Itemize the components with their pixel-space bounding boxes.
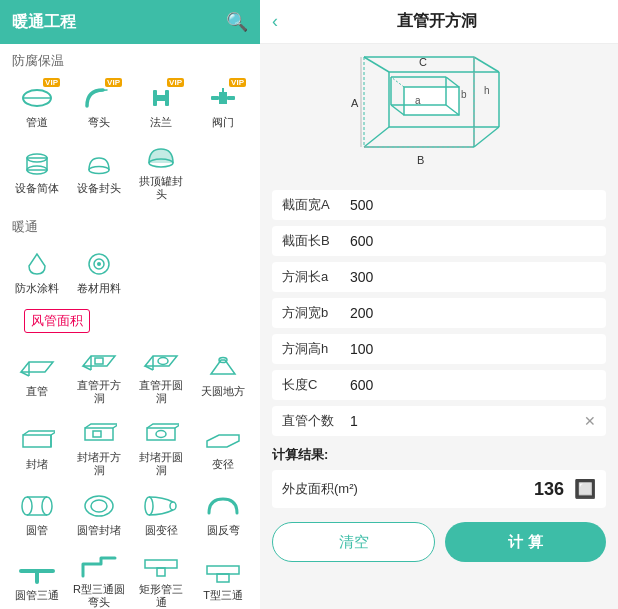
form-input-5[interactable] bbox=[350, 377, 596, 393]
item-yuan-bianjing[interactable]: 圆变径 bbox=[132, 486, 190, 541]
svg-rect-6 bbox=[227, 96, 235, 100]
back-button[interactable]: ‹ bbox=[272, 11, 278, 32]
form-label-3: 方洞宽b bbox=[282, 304, 350, 322]
item-yuanguan[interactable]: 圆管 bbox=[8, 486, 66, 541]
svg-rect-43 bbox=[217, 574, 229, 582]
right-header: ‹ 直管开方洞 bbox=[260, 0, 618, 44]
form-label-1: 截面长B bbox=[282, 232, 350, 250]
svg-line-52 bbox=[474, 127, 499, 147]
nuantong-grid: 防水涂料 卷材用料 bbox=[0, 240, 260, 303]
item-gongding-fengtou[interactable]: 拱顶罐封头 bbox=[132, 137, 190, 205]
left-header: 暖通工程 🔍 bbox=[0, 0, 260, 44]
form-input-2[interactable] bbox=[350, 269, 596, 285]
t-santong-icon bbox=[204, 555, 242, 587]
svg-text:h: h bbox=[484, 85, 490, 96]
form-row-3: 方洞宽b bbox=[272, 298, 606, 328]
juancai-label: 卷材用料 bbox=[77, 282, 121, 295]
item-fengdu[interactable]: 封堵 bbox=[8, 413, 66, 481]
form-label-2: 方洞长a bbox=[282, 268, 350, 286]
item-shebei-fengtou[interactable]: 设备封头 bbox=[70, 137, 128, 205]
form-label-0: 截面宽A bbox=[282, 196, 350, 214]
result-value: 136 bbox=[534, 479, 564, 500]
item-yuanguan-fengdu[interactable]: 圆管封堵 bbox=[70, 486, 128, 541]
right-content: A B C a b h 截面宽A截面长B方洞长a方洞宽b方洞高h长度C直管个数✕ bbox=[260, 44, 618, 609]
result-row: 外皮面积(m²) 136 🔲 bbox=[272, 470, 606, 508]
juancai-icon bbox=[80, 248, 118, 280]
svg-line-49 bbox=[474, 57, 499, 72]
section-label-fengguanmianji: 风管面积 bbox=[24, 309, 90, 333]
fengdu-icon bbox=[18, 424, 56, 456]
item-zhiguan-yuandong[interactable]: 直管开圆洞 bbox=[132, 341, 190, 409]
svg-point-37 bbox=[170, 502, 176, 510]
form-input-6[interactable] bbox=[350, 413, 584, 429]
fangshuitu-icon bbox=[18, 248, 56, 280]
save-icon[interactable]: 🔲 bbox=[574, 478, 596, 500]
search-icon[interactable]: 🔍 bbox=[226, 11, 248, 33]
svg-rect-22 bbox=[95, 358, 103, 364]
calc-button[interactable]: 计 算 bbox=[445, 522, 606, 562]
svg-line-57 bbox=[391, 77, 404, 87]
item-juancai[interactable]: 卷材用料 bbox=[70, 244, 128, 299]
section-label-fubao: 防腐保温 bbox=[0, 44, 260, 74]
item-tianyuan-difang[interactable]: 天圆地方 bbox=[194, 341, 252, 409]
zhiguan-fangdong-icon bbox=[80, 345, 118, 377]
item-yuan-fanwan[interactable]: 圆反弯 bbox=[194, 486, 252, 541]
item-bianjing[interactable]: 变径 bbox=[194, 413, 252, 481]
yuanguan-fengdu-icon bbox=[80, 490, 118, 522]
fengdu-fangdong-label: 封堵开方洞 bbox=[72, 451, 126, 477]
svg-point-29 bbox=[156, 431, 166, 438]
svg-rect-42 bbox=[207, 566, 239, 574]
svg-point-30 bbox=[22, 497, 32, 515]
item-fengdu-yuandong[interactable]: 封堵开圆洞 bbox=[132, 413, 190, 481]
svg-text:A: A bbox=[351, 97, 359, 109]
juxing-santong-label: 矩形管三通 bbox=[134, 583, 188, 609]
bianjing-label: 变径 bbox=[212, 458, 234, 471]
form-row-0: 截面宽A bbox=[272, 190, 606, 220]
item-fangshuitu[interactable]: 防水涂料 bbox=[8, 244, 66, 299]
item-yuan-santong[interactable]: 圆管三通 bbox=[8, 545, 66, 609]
gongding-fengtou-icon bbox=[142, 141, 180, 173]
item-juxing-santong[interactable]: 矩形管三通 bbox=[132, 545, 190, 609]
item-guandao[interactable]: VIP 管道 bbox=[8, 78, 66, 133]
svg-rect-8 bbox=[222, 88, 224, 94]
falan-icon: VIP bbox=[142, 82, 180, 114]
svg-line-59 bbox=[391, 105, 404, 115]
form-input-1[interactable] bbox=[350, 233, 596, 249]
svg-rect-5 bbox=[211, 96, 219, 100]
section-fengguanmianji-wrapper: 风管面积 bbox=[0, 303, 260, 337]
svg-rect-56 bbox=[404, 87, 459, 115]
app-title: 暖通工程 bbox=[12, 12, 76, 33]
wantou-icon: VIP bbox=[80, 82, 118, 114]
form-input-3[interactable] bbox=[350, 305, 596, 321]
right-title: 直管开方洞 bbox=[286, 11, 588, 32]
svg-line-19 bbox=[45, 362, 53, 372]
zhiguan-fangdong-label: 直管开方洞 bbox=[72, 379, 126, 405]
famen-label: 阀门 bbox=[212, 116, 234, 129]
yuan-santong-label: 圆管三通 bbox=[15, 589, 59, 602]
form-row-1: 截面长B bbox=[272, 226, 606, 256]
diagram-svg: A B C a b h bbox=[329, 52, 549, 182]
svg-line-48 bbox=[364, 57, 389, 72]
shebei-jianli-label: 设备简体 bbox=[15, 182, 59, 195]
left-panel: 暖通工程 🔍 防腐保温 VIP 管道 VIP 弯头 bbox=[0, 0, 260, 609]
fengdu-yuandong-label: 封堵开圆洞 bbox=[134, 451, 188, 477]
form-input-4[interactable] bbox=[350, 341, 596, 357]
item-shebei-jianli[interactable]: 设备简体 bbox=[8, 137, 66, 205]
shebei-fengtou-icon bbox=[80, 148, 118, 180]
gongding-fengtou-label: 拱顶罐封头 bbox=[134, 175, 188, 201]
item-fengdu-fangdong[interactable]: 封堵开方洞 bbox=[70, 413, 128, 481]
clear-button[interactable]: 清空 bbox=[272, 522, 435, 562]
falan-label: 法兰 bbox=[150, 116, 172, 129]
item-t-santong[interactable]: T型三通 bbox=[194, 545, 252, 609]
item-r-santong[interactable]: R型三通圆弯头 bbox=[70, 545, 128, 609]
zhiguan-yuandong-label: 直管开圆洞 bbox=[134, 379, 188, 405]
form-input-0[interactable] bbox=[350, 197, 596, 213]
form-row-5: 长度C bbox=[272, 370, 606, 400]
svg-text:b: b bbox=[461, 89, 467, 100]
item-zhiguan-fangdong[interactable]: 直管开方洞 bbox=[70, 341, 128, 409]
item-wantou[interactable]: VIP 弯头 bbox=[70, 78, 128, 133]
item-falan[interactable]: VIP 法兰 bbox=[132, 78, 190, 133]
item-famen[interactable]: VIP 阀门 bbox=[194, 78, 252, 133]
item-zhiguan[interactable]: 直管 bbox=[8, 341, 66, 409]
field-clear-icon[interactable]: ✕ bbox=[584, 413, 596, 429]
